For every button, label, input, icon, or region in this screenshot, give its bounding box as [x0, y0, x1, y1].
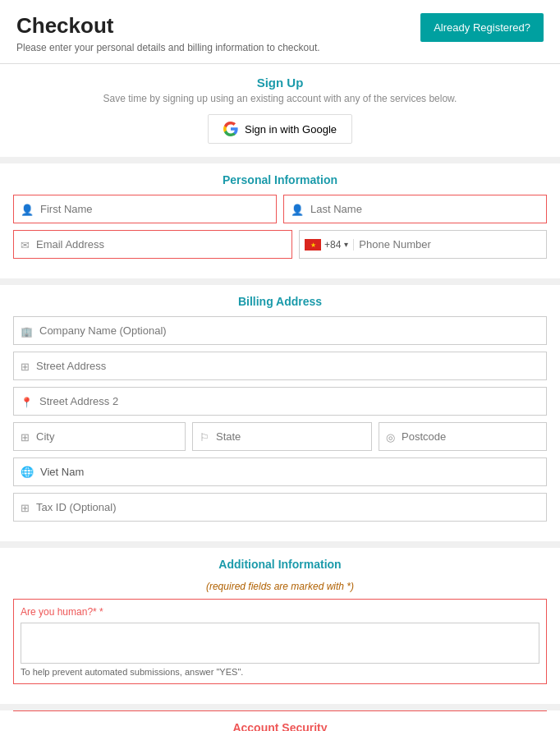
account-security-section: Account Security — [0, 710, 560, 731]
street1-wrapper — [13, 352, 547, 380]
street2-wrapper — [13, 387, 547, 416]
person-icon-2 — [284, 203, 310, 216]
sign-up-section: Sign Up Save time by signing up using an… — [0, 64, 560, 157]
page-subtitle: Please enter your personal details and b… — [16, 42, 320, 53]
page-title: Checkout — [16, 13, 320, 39]
company-wrapper — [13, 316, 547, 345]
phone-wrapper: +84 ▾ — [299, 230, 547, 259]
street1-input[interactable] — [36, 352, 546, 379]
last-name-input[interactable] — [310, 195, 546, 223]
form-body: Sign Up Save time by signing up using an… — [0, 64, 560, 731]
sign-up-title: Sign Up — [16, 76, 544, 90]
additional-information-section: Additional Information (required fields … — [0, 548, 560, 704]
postcode-icon — [379, 430, 402, 444]
globe-icon — [21, 466, 34, 478]
country-value: Viet Nam — [40, 466, 84, 478]
state-wrapper — [192, 422, 372, 451]
postcode-input[interactable] — [402, 423, 546, 450]
city-input[interactable] — [36, 423, 185, 450]
location-icon — [14, 395, 39, 408]
contact-row: +84 ▾ — [13, 230, 547, 259]
page-wrapper: Checkout Please enter your personal deta… — [0, 0, 560, 731]
header: Checkout Please enter your personal deta… — [0, 0, 560, 64]
first-name-input[interactable] — [40, 195, 276, 223]
building-icon — [14, 324, 39, 338]
personal-information-title: Personal Information — [13, 163, 547, 195]
sign-up-subtitle: Save time by signing up using an existin… — [16, 93, 544, 104]
street-icon — [14, 360, 36, 373]
tax-input[interactable] — [36, 494, 546, 521]
state-input[interactable] — [216, 423, 371, 450]
required-note: (required fields are marked with *) — [13, 579, 547, 599]
personal-information-section: Personal Information — [0, 163, 560, 278]
flag-vietnam — [305, 239, 321, 251]
phone-code: +84 — [324, 239, 341, 251]
state-icon — [193, 430, 216, 444]
first-name-wrapper — [13, 195, 277, 223]
header-left: Checkout Please enter your personal deta… — [16, 13, 320, 53]
captcha-box: Are you human?* * To help prevent automa… — [13, 599, 547, 684]
country-row: Viet Nam — [13, 457, 547, 486]
tax-wrapper — [13, 493, 547, 522]
email-input[interactable] — [36, 231, 291, 258]
postcode-wrapper — [379, 422, 547, 451]
email-icon — [14, 238, 36, 251]
city-icon — [14, 430, 36, 444]
name-row — [13, 195, 547, 223]
phone-prefix[interactable]: +84 ▾ — [300, 239, 354, 251]
street2-input[interactable] — [39, 388, 546, 415]
company-input[interactable] — [39, 317, 546, 344]
tax-icon — [14, 501, 36, 514]
billing-address-section: Billing Address — [0, 285, 560, 541]
account-security-title: Account Security — [13, 710, 547, 731]
city-wrapper — [13, 422, 186, 451]
captcha-hint: To help prevent automated submissions, a… — [21, 667, 539, 677]
google-icon — [223, 122, 238, 136]
last-name-wrapper — [283, 195, 547, 223]
additional-information-title: Additional Information — [13, 548, 547, 579]
billing-address-title: Billing Address — [13, 285, 547, 316]
google-signin-button[interactable]: Sign in with Google — [208, 114, 352, 144]
phone-input[interactable] — [354, 231, 546, 258]
google-signin-label: Sign in with Google — [245, 123, 337, 136]
captcha-required-asterisk: * — [93, 606, 97, 618]
captcha-label: Are you human?* * — [21, 606, 539, 618]
phone-dropdown-arrow: ▾ — [344, 240, 348, 249]
already-registered-button[interactable]: Already Registered? — [420, 13, 544, 42]
email-wrapper — [13, 230, 292, 259]
city-state-postcode-row — [13, 422, 547, 451]
captcha-textarea[interactable] — [21, 623, 539, 664]
person-icon — [14, 203, 40, 216]
